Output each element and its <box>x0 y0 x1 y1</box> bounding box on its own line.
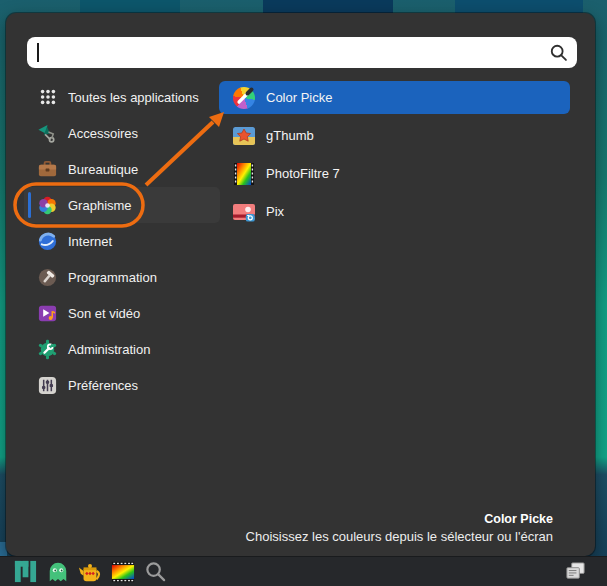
accessories-tools-icon <box>37 123 58 144</box>
photo-camera-badge-icon <box>232 200 256 224</box>
graphics-flower-icon <box>37 195 58 216</box>
ghost-app-icon[interactable] <box>47 561 69 583</box>
apps-grid-icon <box>37 87 58 108</box>
gear-wrench-icon <box>37 339 58 360</box>
desktop: Toutes les applications Accessoires <box>0 0 607 586</box>
category-all-applications[interactable]: Toutes les applications <box>24 79 220 115</box>
category-internet[interactable]: Internet <box>24 223 220 259</box>
selected-category-indicator <box>28 192 31 218</box>
hammer-circle-icon <box>37 267 58 288</box>
category-settings[interactable]: Préférences <box>24 367 220 403</box>
globe-browser-icon <box>37 231 58 252</box>
app-label: gThumb <box>266 128 314 143</box>
teapot-app-icon[interactable] <box>78 560 102 584</box>
app-label: Pix <box>266 204 284 219</box>
selected-app-description: Choisissez les couleurs depuis le sélect… <box>246 529 553 544</box>
briefcase-icon <box>37 159 58 180</box>
app-label: PhotoFiltre 7 <box>266 166 340 181</box>
app-label: Color Picke <box>266 90 332 105</box>
category-office[interactable]: Bureautique <box>24 151 220 187</box>
color-wheel-pipette-icon <box>232 86 256 110</box>
photo-starfish-icon <box>232 124 256 148</box>
search-icon <box>548 42 569 63</box>
app-item-color-picker[interactable]: Color Picke <box>219 81 570 114</box>
rainbow-film-vertical-icon <box>232 162 256 186</box>
category-list: Toutes les applications Accessoires <box>24 79 220 403</box>
app-item-pix[interactable]: Pix <box>219 195 570 228</box>
media-play-note-icon <box>37 303 58 324</box>
wallpaper-shape <box>263 0 393 13</box>
category-label: Bureautique <box>68 162 138 177</box>
taskbar <box>0 556 607 586</box>
selected-app-info: Color Picke Choisissez les couleurs depu… <box>246 512 553 544</box>
category-administration[interactable]: Administration <box>24 331 220 367</box>
category-label: Préférences <box>68 378 138 393</box>
category-label: Internet <box>68 234 112 249</box>
category-accessories[interactable]: Accessoires <box>24 115 220 151</box>
sliders-icon <box>37 375 58 396</box>
photofiltre-taskbar-icon[interactable] <box>111 560 135 584</box>
category-label: Administration <box>68 342 150 357</box>
show-desktop-icon[interactable] <box>564 560 587 583</box>
category-multimedia[interactable]: Son et vidéo <box>24 295 220 331</box>
category-label: Son et vidéo <box>68 306 140 321</box>
app-item-photofiltre[interactable]: PhotoFiltre 7 <box>219 157 570 190</box>
selected-app-title: Color Picke <box>246 512 553 526</box>
manjaro-menu-button[interactable] <box>13 559 38 584</box>
category-label: Programmation <box>68 270 157 285</box>
category-label: Accessoires <box>68 126 138 141</box>
app-item-gthumb[interactable]: gThumb <box>219 119 570 152</box>
category-label: Toutes les applications <box>68 90 199 105</box>
application-list: Color Picke gThumb <box>219 81 570 233</box>
text-caret <box>37 43 39 62</box>
wallpaper-shape <box>80 0 180 13</box>
taskbar-search-icon[interactable] <box>144 560 167 583</box>
category-label: Graphisme <box>68 198 132 213</box>
application-menu-panel: Toutes les applications Accessoires <box>6 13 595 556</box>
wallpaper-shape <box>455 0 583 13</box>
category-development[interactable]: Programmation <box>24 259 220 295</box>
category-graphics[interactable]: Graphisme <box>24 187 220 223</box>
search-input[interactable] <box>27 37 577 68</box>
